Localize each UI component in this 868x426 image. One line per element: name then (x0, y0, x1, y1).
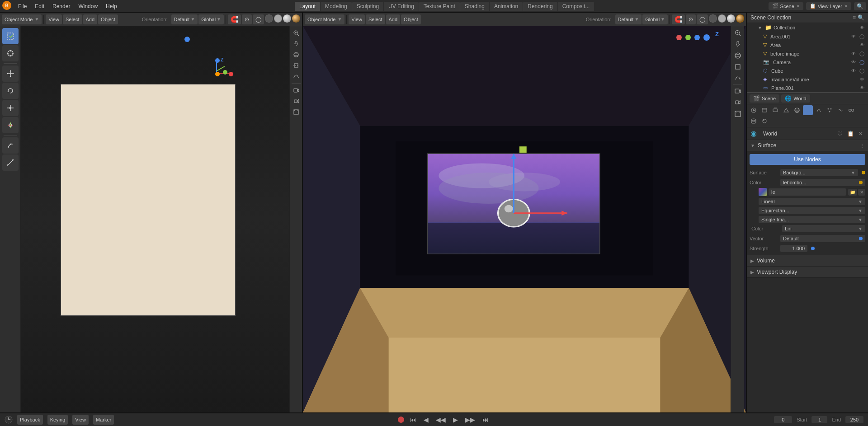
tl-keying[interactable]: Keying (47, 415, 68, 425)
strength-input[interactable]: 1.000 (780, 245, 807, 252)
left-orientation-dropdown[interactable]: Default ▼ (171, 14, 198, 24)
use-nodes-button[interactable]: Use Nodes (750, 154, 865, 165)
center-add-btn[interactable]: Add (386, 14, 401, 24)
world-copy[interactable]: 📋 (846, 131, 855, 137)
zoom-in-btn[interactable] (291, 28, 301, 38)
tab-sculpting[interactable]: Sculpting (352, 2, 383, 11)
outliner-filter[interactable]: ≡ (853, 14, 856, 21)
c-scale[interactable] (733, 62, 743, 72)
plane-eye[interactable]: 👁 (860, 85, 864, 90)
left-object-btn[interactable]: Object (98, 14, 118, 24)
image-unlink[interactable]: ✕ (858, 189, 865, 196)
outliner-item-before-image[interactable]: ▽ before image 👁 ◯ (747, 49, 868, 58)
left-canvas-plane[interactable] (61, 84, 236, 316)
surface-section-header[interactable]: ▼ Surface ⋮ (747, 140, 868, 151)
c-orbit[interactable] (733, 51, 743, 61)
search-icon[interactable]: 🔍 (857, 3, 863, 9)
left-shading-solid[interactable] (274, 14, 282, 23)
image-browse[interactable]: 📁 (848, 189, 857, 196)
orbit-btn[interactable] (291, 50, 301, 60)
pi-constraints[interactable] (846, 105, 856, 115)
center-view-btn[interactable]: View (349, 14, 365, 24)
c-cam-rot[interactable] (733, 98, 743, 108)
tl-frame-current[interactable]: 0 (774, 416, 792, 423)
tab-animation[interactable]: Animation (490, 2, 523, 11)
pi-output[interactable] (760, 105, 769, 115)
tool-cursor[interactable] (2, 45, 19, 61)
tl-start-value[interactable]: 1 (811, 416, 827, 423)
tl-view[interactable]: View (72, 415, 89, 425)
scene-selector-props[interactable]: 🎬 Scene (750, 94, 779, 103)
tl-marker[interactable]: Marker (93, 415, 114, 425)
left-viewport-canvas[interactable]: Z ◀ (0, 26, 302, 412)
left-proportional-btn[interactable]: ⊙ (242, 14, 252, 24)
pi-world[interactable] (792, 105, 802, 115)
irr-eye[interactable]: 👁 (860, 77, 864, 82)
image-name-field[interactable]: le (769, 188, 846, 196)
top-right-icons[interactable]: 🔍 (854, 2, 866, 10)
area001-restrict[interactable]: ◯ (859, 34, 864, 39)
center-orientation-dropdown[interactable]: Default ▼ (615, 14, 642, 24)
center-select-btn[interactable]: Select (366, 14, 385, 24)
center-shading-solid[interactable] (718, 14, 726, 23)
single-image-dropdown[interactable]: Single Ima... ▼ (759, 216, 865, 223)
surface-options[interactable]: ⋮ (860, 143, 864, 148)
menu-window[interactable]: Window (75, 2, 101, 10)
outliner-item-area[interactable]: ▽ Area 👁 (747, 41, 868, 49)
outliner-search[interactable]: 🔍 (858, 14, 864, 21)
area001-eye[interactable]: 👁 (851, 34, 856, 39)
outliner-item-area001[interactable]: ▽ Area.001 👁 ◯ (747, 32, 868, 41)
outliner-item-plane[interactable]: ▭ Plane.001 👁 (747, 84, 868, 93)
left-shading-wire[interactable] (265, 14, 273, 23)
tl-skip-end[interactable]: ⏭ (481, 416, 490, 423)
cube-restrict[interactable]: ◯ (859, 68, 864, 73)
world-selector-props[interactable]: 🌐 World (781, 94, 810, 103)
world-shield[interactable]: 🛡 (836, 131, 844, 137)
grab-btn[interactable] (291, 39, 301, 49)
center-shading-wire[interactable] (709, 14, 717, 23)
c-ortho[interactable] (733, 109, 743, 119)
scale-view-btn[interactable] (291, 61, 301, 70)
tool-rotate[interactable] (2, 83, 19, 99)
scene-selector[interactable]: 🎬 Scene ✕ (769, 2, 803, 10)
left-select-btn[interactable]: Select (63, 14, 82, 24)
left-mode-dropdown[interactable]: Object Mode ▼ (2, 14, 42, 24)
left-snap-btn[interactable]: 🧲 (228, 14, 241, 24)
image-thumbnail[interactable] (759, 188, 767, 196)
tab-uv-editing[interactable]: UV Editing (384, 2, 419, 11)
pi-physics[interactable] (835, 105, 845, 115)
c-camera[interactable] (733, 86, 743, 96)
surface-prop-dropdown[interactable]: Backgro... ▼ (780, 169, 858, 176)
pi-scene[interactable] (781, 105, 791, 115)
center-mode-dropdown[interactable]: Object Mode ▼ (305, 14, 344, 24)
pi-view-layer[interactable] (770, 105, 780, 115)
tl-reverse[interactable]: ◀◀ (434, 416, 447, 423)
before-restrict2[interactable]: ◯ (859, 51, 864, 56)
view-layer-selector[interactable]: 📋 View Layer ✕ (806, 2, 851, 10)
outliner-item-cube[interactable]: ⬡ Cube 👁 ◯ (747, 66, 868, 75)
tl-end-value[interactable]: 250 (845, 416, 863, 423)
tab-shading[interactable]: Shading (460, 2, 489, 11)
cam-rotate-btn[interactable] (291, 96, 301, 106)
tool-transform[interactable] (2, 117, 19, 133)
camera-eye[interactable]: 👁 (851, 60, 856, 65)
menu-file[interactable]: File (14, 2, 30, 10)
menu-render[interactable]: Render (49, 2, 74, 10)
tab-compositing[interactable]: Composit... (558, 2, 594, 11)
outliner-item-collection[interactable]: ▼ 📁 Collection 👁 (747, 23, 868, 32)
vector-dropdown[interactable]: Default (780, 235, 865, 242)
left-scene[interactable]: Z ◀ (0, 26, 302, 412)
outliner-item-irradiance[interactable]: ◈ IrradianceVolume 👁 (747, 75, 868, 84)
c-roll[interactable] (733, 73, 743, 83)
area-eye[interactable]: 👁 (860, 42, 864, 47)
viewport-display-section-header[interactable]: ▶ Viewport Display (747, 267, 868, 278)
view-layer-close[interactable]: ✕ (844, 4, 848, 9)
equirect-dropdown[interactable]: Equirectan... ▼ (759, 207, 865, 214)
tl-record[interactable] (398, 417, 404, 423)
outliner-item-camera[interactable]: 📷 Camera 👁 ◯ (747, 58, 868, 66)
pi-modifier[interactable] (814, 105, 824, 115)
left-overlay-btn[interactable]: ◯ (253, 14, 264, 24)
collection-eye[interactable]: 👁 (860, 25, 864, 30)
center-snap-btn[interactable]: 🧲 (672, 14, 685, 24)
tab-modeling[interactable]: Modeling (321, 2, 352, 11)
